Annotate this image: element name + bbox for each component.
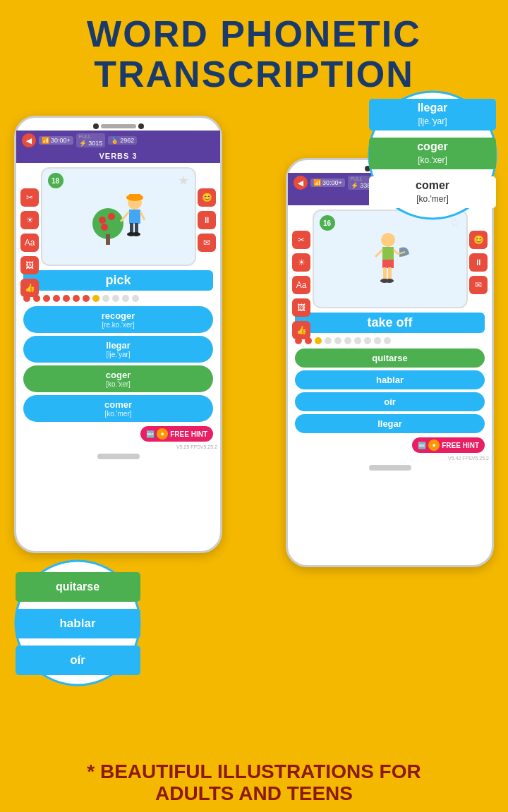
svg-rect-20 <box>383 267 387 280</box>
answer-left-1[interactable]: recoger [re.ko.'xer] <box>23 306 213 333</box>
takeoff-illustration <box>358 227 422 291</box>
card-image-right <box>358 226 422 293</box>
scissors-btn-r[interactable]: ✂ <box>292 231 310 249</box>
font-btn[interactable]: Aa <box>20 234 39 252</box>
timer-left: 30:00+ <box>51 137 71 144</box>
status-wifi-left: 📶 30:00+ <box>39 136 73 145</box>
verbs-label-left: VERBS 3 <box>16 150 220 163</box>
dot-r10 <box>384 337 391 344</box>
dot-r5 <box>334 337 341 344</box>
svg-text:comer: comer <box>416 179 449 191</box>
side-buttons-right-left: ✂ ☀ Aa 🖼 👍 <box>292 231 310 339</box>
bottom-text: * BEAUTIFUL ILLUSTRATIONS FOR ADULTS AND… <box>0 761 508 805</box>
svg-rect-21 <box>388 267 392 280</box>
bottom-text-line2: ADULTS AND TEENS <box>14 783 494 805</box>
header-title: WORD PHONETIC TRANSCRIPTION <box>0 0 508 95</box>
face-btn-rr[interactable]: 😊 <box>469 231 488 249</box>
hint-button-left[interactable]: 🔤 ● FREE HINT <box>140 426 213 442</box>
fps-left: V5.25 FPS V5.25.2 <box>16 444 220 451</box>
wifi-icon-left: 📶 <box>42 137 49 144</box>
svg-text:[ko.'xer]: [ko.'xer] <box>418 155 447 165</box>
bubble-circle-group-right: llegar [lje.'yar] coger [ko.'xer] comer … <box>365 85 500 226</box>
back-button-right[interactable]: ◀ <box>294 176 308 190</box>
answer-right-4[interactable]: llegar <box>295 414 485 433</box>
xp-label-right: FULL <box>351 176 363 181</box>
svg-text:[lje.'yar]: [lje.'yar] <box>418 116 447 126</box>
answer-right-1[interactable]: quitarse <box>295 349 485 368</box>
bubble-circle-group-left: quitarse hablar oír <box>13 558 143 689</box>
sun-btn[interactable]: ☀ <box>20 211 39 229</box>
svg-point-14 <box>132 232 140 236</box>
phone-left-status: ◀ 📶 30:00+ FULL ⚡ 3015 🏅 2962 <box>16 131 220 150</box>
face-btn-r[interactable]: 😊 <box>198 188 216 207</box>
fps-right: V5.42 FPS V5.25.2 <box>288 456 492 462</box>
dot-r4 <box>325 337 332 344</box>
answer-left-3[interactable]: coger [ko.'xer] <box>23 365 213 392</box>
like-btn-r[interactable]: 👍 <box>292 321 310 339</box>
side-buttons-right-right: 😊 ⏸ ✉ <box>469 231 488 294</box>
svg-rect-16 <box>382 247 394 261</box>
dot-6 <box>73 295 80 302</box>
side-buttons-right: 😊 ⏸ ✉ <box>198 188 216 252</box>
answer-left-4[interactable]: comer [ko.'mer] <box>23 395 213 422</box>
sun-btn-r[interactable]: ☀ <box>292 253 310 272</box>
lightning-icon-left: ⚡ 3015 <box>79 140 103 147</box>
progress-dots-left <box>16 293 220 305</box>
svg-point-15 <box>381 233 395 247</box>
hint-bar-right: 🔤 ● FREE HINT <box>288 435 492 456</box>
dot-10 <box>112 295 119 302</box>
svg-text:coger: coger <box>417 140 448 152</box>
hint-icon-right: 🔤 <box>418 442 426 449</box>
svg-point-4 <box>101 224 108 231</box>
bubbles-right-svg: llegar [lje.'yar] coger [ko.'xer] comer … <box>365 85 500 226</box>
phone-left-notch <box>16 118 220 131</box>
dot-11 <box>122 295 129 302</box>
image-btn[interactable]: 🖼 <box>20 256 39 274</box>
camera-dot-left <box>93 123 99 129</box>
answer-right-3[interactable]: oír <box>295 392 485 411</box>
bubbles-left-svg: quitarse hablar oír <box>13 558 143 689</box>
card-star-left[interactable]: ★ <box>178 173 189 188</box>
image-btn-r[interactable]: 🖼 <box>292 298 310 317</box>
pause-btn-rr[interactable]: ⏸ <box>469 253 488 272</box>
back-button-left[interactable]: ◀ <box>22 133 36 147</box>
word-label-right: take off <box>295 313 485 333</box>
xp-label-left: FULL <box>79 134 91 139</box>
timer-right: 30:00+ <box>322 179 342 186</box>
scissors-btn[interactable]: ✂ <box>20 188 39 207</box>
svg-text:quitarse: quitarse <box>56 581 99 593</box>
pick-illustration <box>87 185 150 248</box>
svg-text:hablar: hablar <box>59 617 95 630</box>
word-label-left: pick <box>23 270 213 291</box>
card-area-left: 18 ★ <box>16 163 220 270</box>
mail-btn-rr[interactable]: ✉ <box>469 276 488 294</box>
svg-text:oír: oír <box>70 653 85 667</box>
status-wifi-right: 📶 30:00+ <box>310 178 345 187</box>
hint-button-right[interactable]: 🔤 ● FREE HINT <box>412 437 485 453</box>
svg-rect-7 <box>129 194 140 199</box>
hint-icon-left: 🔤 <box>146 430 155 438</box>
dot-9 <box>102 295 109 302</box>
font-btn-r[interactable]: Aa <box>292 276 310 294</box>
home-button-left[interactable] <box>97 454 140 459</box>
answer-left-2[interactable]: llegar [lje.'yar] <box>23 336 213 363</box>
dot-r6 <box>344 337 351 344</box>
speaker-left <box>101 124 136 128</box>
home-button-right[interactable] <box>369 465 411 471</box>
pause-btn-r[interactable]: ⏸ <box>198 211 216 229</box>
title-line1: WORD PHONETIC <box>0 14 508 54</box>
mail-btn-r[interactable]: ✉ <box>198 234 216 252</box>
svg-point-3 <box>108 213 115 220</box>
dot-4 <box>53 295 60 302</box>
dot-r7 <box>354 337 361 344</box>
bottom-text-line1: * BEAUTIFUL ILLUSTRATIONS FOR <box>14 761 494 783</box>
coins-left: 2962 <box>120 137 134 144</box>
svg-text:llegar: llegar <box>418 102 448 114</box>
like-btn[interactable]: 👍 <box>20 279 39 297</box>
answer-right-2[interactable]: hablar <box>295 370 485 389</box>
hint-coin-right: ● <box>428 440 440 451</box>
card-badge-right: 16 <box>320 215 335 231</box>
status-xp-left: FULL ⚡ 3015 <box>76 133 106 147</box>
side-buttons-left: ✂ ☀ Aa 🖼 👍 <box>20 188 39 297</box>
svg-rect-17 <box>382 260 394 268</box>
